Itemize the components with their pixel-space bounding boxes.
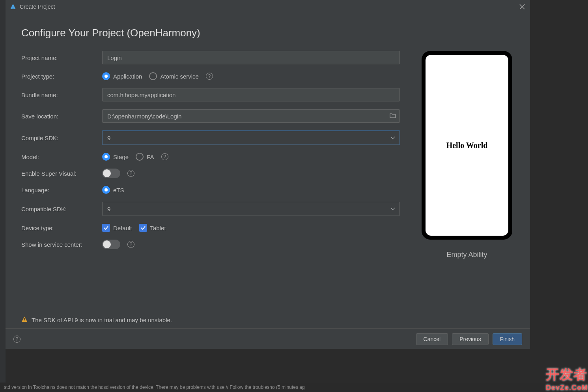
ide-left-gutter xyxy=(0,0,6,392)
help-icon[interactable]: ? xyxy=(127,241,134,248)
save-location-label: Save location: xyxy=(21,113,102,120)
radio-atomic-label: Atomic service xyxy=(160,73,199,80)
device-type-label: Device type: xyxy=(21,225,102,231)
finish-button[interactable]: Finish xyxy=(493,333,522,345)
chevron-down-icon xyxy=(390,135,396,141)
preview-label: Empty Ability xyxy=(420,251,514,259)
folder-icon[interactable] xyxy=(390,113,396,120)
enable-super-visual-toggle[interactable] xyxy=(102,169,120,178)
checkbox-tablet-label: Tablet xyxy=(150,225,166,231)
model-label: Model: xyxy=(21,154,102,160)
phone-frame: Hello World xyxy=(422,51,512,240)
compatible-sdk-value: 9 xyxy=(107,206,110,212)
bundle-name-label: Bundle name: xyxy=(21,92,102,98)
compile-sdk-value: 9 xyxy=(107,135,110,141)
show-in-service-center-label: Show in service center: xyxy=(21,241,102,248)
titlebar: Create Project xyxy=(6,0,530,13)
create-project-dialog: Create Project Configure Your Project (O… xyxy=(6,0,530,349)
radio-atomic-service[interactable]: Atomic service xyxy=(149,72,199,80)
help-icon[interactable]: ? xyxy=(127,170,134,177)
project-name-label: Project name: xyxy=(21,54,102,61)
enable-super-visual-label: Enable Super Visual: xyxy=(21,170,102,177)
radio-application[interactable]: Application xyxy=(102,72,142,80)
checkbox-default-label: Default xyxy=(113,225,132,231)
cancel-button[interactable]: Cancel xyxy=(416,333,448,345)
radio-ets[interactable]: eTS xyxy=(102,186,124,194)
preview-panel: Hello World Empty Ability xyxy=(420,51,514,259)
preview-text: Hello World xyxy=(446,141,488,150)
compile-sdk-label: Compile SDK: xyxy=(21,135,102,141)
radio-ets-label: eTS xyxy=(113,187,124,193)
radio-application-label: Application xyxy=(113,73,142,80)
page-title: Configure Your Project (OpenHarmony) xyxy=(21,27,514,39)
compatible-sdk-label: Compatible SDK: xyxy=(21,206,102,212)
previous-button[interactable]: Previous xyxy=(452,333,488,345)
project-type-label: Project type: xyxy=(21,73,102,80)
compile-sdk-dropdown[interactable]: 9 xyxy=(102,131,400,145)
radio-fa-label: FA xyxy=(147,154,154,160)
watermark-main: 开发者 xyxy=(546,367,587,382)
dialog-title: Create Project xyxy=(20,4,55,10)
warning-text: The SDK of API 9 is now in trial and may… xyxy=(32,317,172,323)
bundle-name-input[interactable] xyxy=(102,88,400,101)
checkbox-default[interactable]: Default xyxy=(102,224,132,232)
ide-statusbar: std version in Toolchains does not match… xyxy=(0,383,588,392)
radio-stage[interactable]: Stage xyxy=(102,153,129,161)
chevron-down-icon xyxy=(390,206,396,212)
app-icon xyxy=(9,3,17,10)
compatible-sdk-dropdown[interactable]: 9 xyxy=(102,202,400,216)
checkbox-tablet[interactable]: Tablet xyxy=(139,224,166,232)
radio-stage-label: Stage xyxy=(113,154,129,160)
close-icon[interactable] xyxy=(518,3,526,11)
warning-bar: The SDK of API 9 is now in trial and may… xyxy=(21,316,172,324)
statusbar-text: std version in Toolchains does not match… xyxy=(4,384,305,390)
dialog-content: Configure Your Project (OpenHarmony) Pro… xyxy=(6,13,530,328)
warning-icon xyxy=(21,316,28,324)
help-icon[interactable]: ? xyxy=(161,153,168,160)
dialog-footer: ? Cancel Previous Finish xyxy=(6,328,530,349)
show-in-service-center-toggle[interactable] xyxy=(102,240,120,249)
help-icon[interactable]: ? xyxy=(13,336,21,343)
language-label: Language: xyxy=(21,187,102,193)
radio-fa[interactable]: FA xyxy=(136,153,154,161)
phone-screen: Hello World xyxy=(426,55,508,236)
help-icon[interactable]: ? xyxy=(206,73,213,80)
project-name-input[interactable] xyxy=(102,51,400,64)
save-location-input[interactable] xyxy=(102,109,400,123)
